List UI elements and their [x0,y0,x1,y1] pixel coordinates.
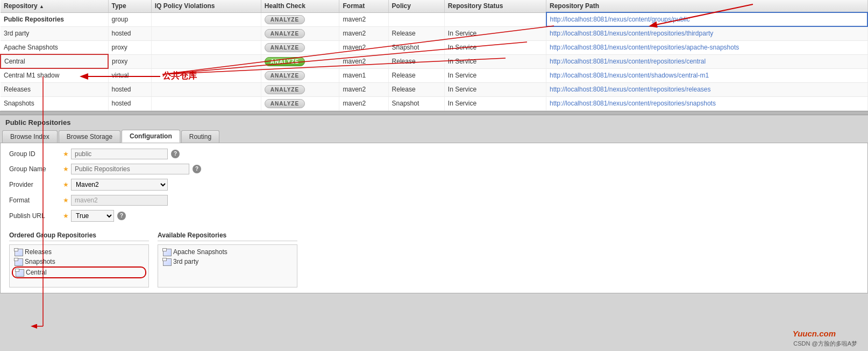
repo-path[interactable]: http://localhost:8081/nexus/content/repo… [546,96,867,110]
repo-type: hosted [108,26,151,40]
repo-format: maven2 [339,96,388,110]
repo-health: ANALYZE [261,12,339,26]
list-item[interactable]: Snapshots [12,257,146,266]
format-label: Format [9,196,63,204]
repo-path[interactable]: http://localhost:8081/nexus/content/repo… [546,40,867,54]
tab-routing[interactable]: Routing [181,130,219,143]
col-repository[interactable]: Repository [1,0,108,12]
repo-health: ANALYZE [261,82,339,96]
group-id-help[interactable]: ? [171,150,180,158]
ordered-repos-list: ReleasesSnapshotsCentral [9,244,149,287]
group-name-required: ★ [63,165,69,173]
group-name-row: Group Name ★ ? [9,164,859,174]
repo-policy: Release [388,68,444,82]
repo-iq [151,54,261,68]
list-item[interactable]: Apache Snapshots [160,247,295,257]
repo-path[interactable]: http://localhost:8081/nexus/content/grou… [546,12,867,26]
repo-type: virtual [108,68,151,82]
group-name-help[interactable]: ? [193,165,201,173]
provider-row: Provider ★ Maven2 [9,179,859,191]
table-row-central-m1-shadow[interactable]: Central M1 shadow virtual ANALYZE maven1… [1,68,867,82]
repo-name: Central M1 shadow [1,68,108,82]
ordered-repos-title: Ordered Group Repositories [9,231,149,241]
format-input [71,195,168,206]
format-row: Format ★ [9,195,859,206]
table-row-central[interactable]: Central proxy ANALYZE maven2 Release In … [1,54,867,68]
repo-status: In Service [444,54,546,68]
repo-name: Central [1,54,108,68]
repo-status: In Service [444,96,546,110]
list-item[interactable]: Releases [12,247,146,257]
repo-icon [15,269,24,276]
list-item-label: Releases [25,248,52,256]
table-row-group-public[interactable]: Public Repositories group ANALYZE maven2… [1,12,867,26]
list-item[interactable]: Central [12,266,146,278]
table-row-snapshots[interactable]: Snapshots hosted ANALYZE maven2 Snapshot… [1,96,867,110]
repo-format: maven2 [339,82,388,96]
repo-policy [388,12,444,26]
repo-policy: Snapshot [388,96,444,110]
available-repos-list: Apache Snapshots3rd party [158,244,297,287]
repo-status: In Service [444,68,546,82]
repo-format: maven2 [339,26,388,40]
repo-policy: Snapshot [388,40,444,54]
repo-policy: Release [388,82,444,96]
group-name-input[interactable] [71,164,189,174]
group-id-required: ★ [63,150,69,158]
configuration-form: Group ID ★ ? Group Name ★ ? Provider ★ M… [0,143,868,293]
repo-icon [14,258,23,265]
repo-format: maven2 [339,12,388,26]
col-format[interactable]: Format [339,0,388,12]
repo-health: ANALYZE [261,68,339,82]
tab-configuration[interactable]: Configuration [122,130,180,143]
group-id-label: Group ID [9,150,63,158]
available-repos-title: Available Repositories [158,231,297,241]
bottom-panel: Public Repositories Browse Index Browse … [0,115,868,293]
col-type[interactable]: Type [108,0,151,12]
publish-url-select[interactable]: True False [71,210,114,222]
repo-policy: Release [388,26,444,40]
list-item-label: 3rd party [173,258,198,265]
repo-type: hosted [108,96,151,110]
tab-browse-index[interactable]: Browse Index [2,130,58,143]
tab-browse-storage[interactable]: Browse Storage [59,130,120,143]
repo-path[interactable]: http://localhost:8081/nexus/content/repo… [546,54,867,68]
repo-type: group [108,12,151,26]
table-row-apache-snapshots[interactable]: Apache Snapshots proxy ANALYZE maven2 Sn… [1,40,867,54]
col-health[interactable]: Health Check [261,0,339,12]
repo-lists: Ordered Group Repositories ReleasesSnaps… [9,226,859,287]
group-name-label: Group Name [9,165,63,173]
repo-policy: Release [388,54,444,68]
repo-status: In Service [444,40,546,54]
tabs-bar: Browse Index Browse Storage Configuratio… [0,130,868,143]
col-path[interactable]: Repository Path [546,0,867,12]
list-item[interactable]: 3rd party [160,257,295,266]
table-row-releases[interactable]: Releases hosted ANALYZE maven2 Release I… [1,82,867,96]
provider-select[interactable]: Maven2 [71,179,168,191]
table-row-3rd-party[interactable]: 3rd party hosted ANALYZE maven2 Release … [1,26,867,40]
repo-format: maven2 [339,40,388,54]
repo-health: ANALYZE [261,54,339,68]
repo-type: proxy [108,54,151,68]
provider-required: ★ [63,181,69,188]
repo-name: Releases [1,82,108,96]
repo-path[interactable]: http://localhost:8081/nexus/content/repo… [546,82,867,96]
col-policy[interactable]: Policy [388,0,444,12]
col-status[interactable]: Repository Status [444,0,546,12]
repo-iq [151,82,261,96]
repo-name: Snapshots [1,96,108,110]
repo-health: ANALYZE [261,96,339,110]
group-id-input[interactable] [71,149,168,159]
yuucn-watermark: Yuucn.com [793,329,836,338]
repo-type: hosted [108,82,151,96]
annotation-gongku: 公共仓库 [162,71,197,82]
repo-iq [151,12,261,26]
repo-name: 3rd party [1,26,108,40]
publish-url-required: ★ [63,212,69,220]
ordered-repos-panel: Ordered Group Repositories ReleasesSnaps… [9,231,149,287]
repo-path[interactable]: http://localhost:8081/nexus/content/shad… [546,68,867,82]
repo-path[interactable]: http://localhost:8081/nexus/content/repo… [546,26,867,40]
publish-url-help[interactable]: ? [117,212,126,220]
col-iq[interactable]: IQ Policy Violations [151,0,261,12]
available-repos-panel: Available Repositories Apache Snapshots3… [158,231,297,287]
